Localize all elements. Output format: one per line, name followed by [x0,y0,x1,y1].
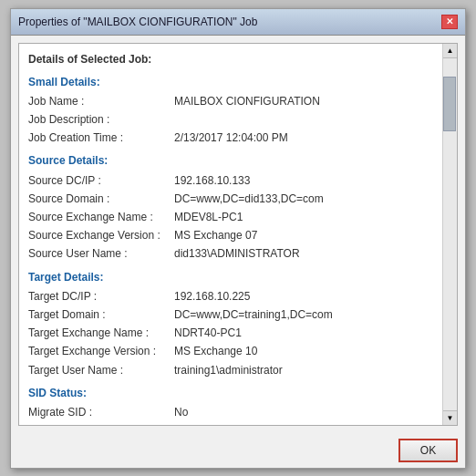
value-target-user-name: training1\administrator [174,362,433,379]
scrollbar-down-button[interactable]: ▼ [443,410,458,425]
detail-row: Target Exchange Version : MS Exchange 10 [28,343,433,360]
label-source-exchange-name: Source Exchange Name : [28,209,174,226]
detail-row: Target User Name : training1\administrat… [28,362,433,379]
value-migrate-sid: No [174,404,433,421]
bottom-bar: OK [11,433,465,468]
label-source-dc-ip: Source DC/IP : [28,172,174,190]
detail-row: Target Domain : DC=www,DC=training1,DC=c… [28,306,433,324]
label-source-user-name: Source User Name : [28,245,174,263]
close-button[interactable]: ✕ [441,15,458,29]
value-target-domain: DC=www,DC=training1,DC=com [174,306,433,324]
content-area: Details of Selected Job: Small Details: … [11,36,465,433]
label-target-user-name: Target User Name : [28,362,174,379]
label-job-description: Job Description : [28,111,174,129]
value-target-exchange-version: MS Exchange 10 [174,343,433,360]
scroll-container: Details of Selected Job: Small Details: … [18,43,458,426]
detail-row: Job Name : MAILBOX CIONFIGURATION [28,93,433,110]
label-migrate-sid: Migrate SID : [28,404,174,421]
scrollbar[interactable]: ▲ ▼ [442,44,457,425]
value-source-exchange-name: MDEV8L-PC1 [174,209,433,226]
section-header-source-details: Source Details: [28,152,433,170]
detail-row: Source Exchange Name : MDEV8L-PC1 [28,209,433,226]
detail-row: Job Description : [28,111,433,129]
scrollbar-track[interactable] [443,58,457,410]
value-job-name: MAILBOX CIONFIGURATION [174,93,433,110]
label-source-exchange-version: Source Exchange Version : [28,227,174,244]
detail-row: Source DC/IP : 192.168.10.133 [28,172,433,190]
detail-row: Source User Name : did133\ADMINISTRATOR [28,245,433,263]
value-source-dc-ip: 192.168.10.133 [174,172,433,190]
detail-row: Job Creation Time : 2/13/2017 12:04:00 P… [28,129,433,147]
value-target-dc-ip: 192.168.10.225 [174,288,433,305]
value-job-description [174,111,433,129]
label-source-domain: Source Domain : [28,191,174,208]
label-target-exchange-name: Target Exchange Name : [28,325,174,342]
label-job-creation-time: Job Creation Time : [28,129,174,147]
title-bar: Properties of "MAILBOX CIONFIGURATION" J… [11,9,465,36]
label-target-domain: Target Domain : [28,306,174,324]
detail-row: Target DC/IP : 192.168.10.225 [28,288,433,305]
label-target-dc-ip: Target DC/IP : [28,288,174,305]
top-header: Details of Selected Job: [28,51,433,68]
properties-dialog: Properties of "MAILBOX CIONFIGURATION" J… [10,8,466,469]
value-target-exchange-name: NDRT40-PC1 [174,325,433,342]
value-source-domain: DC=www,DC=did133,DC=com [174,191,433,208]
value-job-creation-time: 2/13/2017 12:04:00 PM [174,129,433,147]
scrollbar-up-button[interactable]: ▲ [443,44,458,58]
section-header-small-details: Small Details: [28,74,433,91]
detail-row: Source Domain : DC=www,DC=did133,DC=com [28,191,433,208]
ok-button[interactable]: OK [398,439,458,462]
section-header-target-details: Target Details: [28,269,433,286]
label-job-name: Job Name : [28,93,174,110]
scrollbar-thumb[interactable] [443,77,456,131]
window-title: Properties of "MAILBOX CIONFIGURATION" J… [18,16,257,28]
value-source-user-name: did133\ADMINISTRATOR [174,245,433,263]
section-header-sid-status: SID Status: [28,385,433,402]
detail-row: Source Exchange Version : MS Exchange 07 [28,227,433,244]
value-source-exchange-version: MS Exchange 07 [174,227,433,244]
detail-row: Target Exchange Name : NDRT40-PC1 [28,325,433,342]
label-target-exchange-version: Target Exchange Version : [28,343,174,360]
detail-row: Migrate SID : No [28,404,433,421]
scroll-content: Details of Selected Job: Small Details: … [19,44,442,425]
